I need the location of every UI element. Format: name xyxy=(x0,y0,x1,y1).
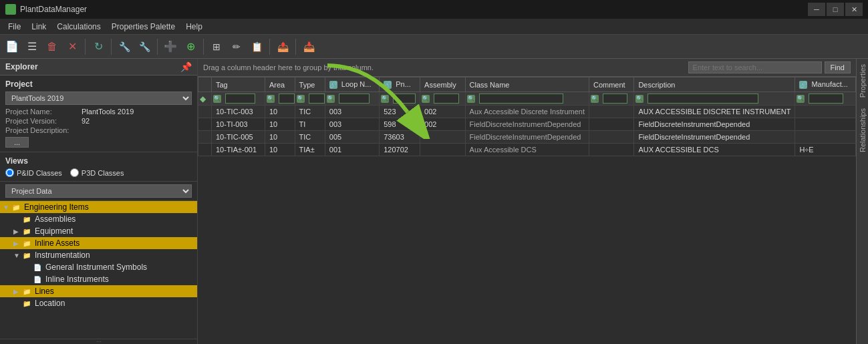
find-button[interactable]: Find xyxy=(825,61,851,73)
col-header-pn[interactable]: 🔗 Pn... xyxy=(380,77,420,92)
filter-pn-input[interactable]: = xyxy=(393,94,416,104)
filter-desc-cell[interactable]: 🔍 xyxy=(634,92,795,106)
toolbar-edit[interactable]: ✏ xyxy=(227,37,246,56)
filter-type-cell[interactable]: 🔍 T xyxy=(295,92,325,106)
radio-pid-input[interactable] xyxy=(5,168,14,177)
radio-pid[interactable]: P&ID Classes xyxy=(5,168,62,177)
row4-area: 10 xyxy=(265,144,295,156)
col-header-area[interactable]: Area xyxy=(265,77,295,92)
tree-label-equipment: Equipment xyxy=(35,226,73,236)
tree-expand-engineering[interactable]: ▼ xyxy=(3,204,11,211)
project-select[interactable]: PlantTools 2019 xyxy=(5,92,192,105)
filter-comment-cell[interactable]: 🔍 xyxy=(589,92,633,106)
tree-item-engineering-items[interactable]: ▼ 📁 Engineering Items xyxy=(0,201,197,213)
pin-icon[interactable]: 📌 xyxy=(180,61,192,72)
filter-desc-input[interactable] xyxy=(647,94,758,104)
tree-label-lines: Lines xyxy=(35,287,54,296)
filter-assembly-input[interactable] xyxy=(434,94,458,104)
col-header-assembly[interactable]: Assembly xyxy=(420,77,465,92)
tree-expand-equipment[interactable]: ▶ xyxy=(13,228,21,235)
menu-file[interactable]: File xyxy=(3,21,26,33)
toolbar-refresh[interactable]: ↻ xyxy=(89,37,108,56)
toolbar-new[interactable]: 📄 xyxy=(3,37,21,56)
toolbar-export[interactable]: 📤 xyxy=(273,37,292,56)
row1-class: Aux Accessible Discrete Instrument xyxy=(465,106,589,118)
filter-manufact-cell[interactable]: 🔍 xyxy=(795,92,856,106)
search-input[interactable] xyxy=(688,61,822,73)
toolbar-separator-6 xyxy=(295,39,296,55)
filter-tag-cell[interactable]: 🔍 xyxy=(212,92,265,106)
radio-p3d-input[interactable] xyxy=(70,168,79,177)
dots-button[interactable]: ... xyxy=(5,137,29,148)
col-header-manufact[interactable]: 🔗 Manufact... xyxy=(795,77,856,92)
filter-tag-input[interactable] xyxy=(225,94,255,104)
tree-item-location[interactable]: ▶ 📁 Location xyxy=(0,297,197,309)
filter-loop-cell[interactable]: 🔍 0 xyxy=(325,92,379,106)
views-section: Views P&ID Classes P3D Classes xyxy=(0,152,197,182)
toolbar-copy[interactable]: 📋 xyxy=(247,37,266,56)
col-header-loop[interactable]: 🔗 Loop N... xyxy=(325,77,379,92)
tool1-icon: 🔧 xyxy=(119,41,130,52)
tree-expand-instrumentation[interactable]: ▼ xyxy=(13,252,21,259)
project-version-value: 92 xyxy=(82,117,90,125)
toolbar-import[interactable]: 📥 xyxy=(299,37,318,56)
tree-expand-lines[interactable]: ▶ xyxy=(13,288,21,295)
menu-help[interactable]: Help xyxy=(180,21,208,33)
properties-label[interactable]: Properties xyxy=(859,64,867,98)
row4-comment xyxy=(589,144,633,156)
toolbar-delete[interactable]: 🗑 xyxy=(43,37,61,56)
filter-class-input[interactable] xyxy=(479,94,563,104)
filter-area-cell[interactable]: 🔍 xyxy=(265,92,295,106)
row4-class: Aux Accessible DCS xyxy=(465,144,589,156)
tree-item-inline-instruments[interactable]: ▶ 📄 Inline Instruments xyxy=(0,273,197,285)
col-header-tag[interactable]: Tag xyxy=(212,77,265,92)
table-row[interactable]: 10-TIC-003 10 TIC 003 523 002 Aux Access… xyxy=(198,106,856,118)
tree-item-general-instruments[interactable]: ▶ 📄 General Instrument Symbols xyxy=(0,261,197,273)
row3-type: TIC xyxy=(295,131,325,144)
maximize-button[interactable]: □ xyxy=(827,3,844,16)
toolbar-list[interactable]: ☰ xyxy=(23,37,41,56)
radio-p3d[interactable]: P3D Classes xyxy=(70,168,124,177)
filter-manufact-input[interactable] xyxy=(809,94,843,104)
menu-calculations[interactable]: Calculations xyxy=(51,21,106,33)
tree-item-lines[interactable]: ▶ 📁 Lines xyxy=(0,285,197,297)
toolbar-tool2[interactable]: 🔧 xyxy=(135,37,154,56)
col-header-rowpin xyxy=(198,77,212,92)
filter-comment-input[interactable] xyxy=(603,94,627,104)
toolbar-tool1[interactable]: 🔧 xyxy=(115,37,134,56)
col-header-description[interactable]: Description xyxy=(634,77,795,92)
col-header-comment[interactable]: Comment xyxy=(589,77,633,92)
menu-properties-palette[interactable]: Properties Palette xyxy=(106,21,180,33)
row4-type: TIA± xyxy=(295,144,325,156)
col-header-classname[interactable]: Class Name xyxy=(465,77,589,92)
toolbar-separator-4 xyxy=(203,39,204,55)
col-header-type[interactable]: Type xyxy=(295,77,325,92)
relationships-label[interactable]: Relationships xyxy=(859,108,867,152)
table-row[interactable]: 10-TI-003 10 TI 003 598 002 FieldDiscret… xyxy=(198,118,856,131)
filter-assembly-cell[interactable]: 🔍 xyxy=(420,92,465,106)
filter-pn-cell[interactable]: 🔍 = xyxy=(380,92,420,106)
tree-item-instrumentation[interactable]: ▼ 📁 Instrumentation xyxy=(0,249,197,261)
project-data-select[interactable]: Project Data xyxy=(5,184,192,198)
toolbar-add2[interactable]: ⊕ xyxy=(181,37,200,56)
filter-class-cell[interactable]: 🔍 xyxy=(465,92,589,106)
sidebar-resize-handle[interactable]: ⋯ xyxy=(0,339,197,344)
toolbar-grid[interactable]: ⊞ xyxy=(207,37,226,56)
loop-col-label: Loop N... xyxy=(341,80,372,88)
tree-item-inline-assets[interactable]: ▶ 📁 Inline Assets xyxy=(0,237,197,249)
filter-loop-input[interactable]: 0 xyxy=(339,94,370,104)
minimize-button[interactable]: ─ xyxy=(808,3,825,16)
close-button[interactable]: ✕ xyxy=(845,3,863,16)
table-row[interactable]: 10-TIA±-001 10 TIA± 001 120702 Aux Acces… xyxy=(198,144,856,156)
toolbar-add[interactable]: ➕ xyxy=(161,37,180,56)
tree-item-assemblies[interactable]: ▶ 📁 Assemblies xyxy=(0,213,197,225)
filter-type-input[interactable]: T xyxy=(309,94,325,104)
tree-expand-inline-assets[interactable]: ▶ xyxy=(13,240,21,247)
tree-item-equipment[interactable]: ▶ 📁 Equipment xyxy=(0,225,197,237)
filter-area-input[interactable] xyxy=(279,94,295,104)
row2-desc: FieldDiscreteInstrumentDepended xyxy=(634,118,795,131)
tree-label-general-instruments: General Instrument Symbols xyxy=(45,263,147,272)
table-row[interactable]: 10-TIC-005 10 TIC 005 73603 FieldDiscret… xyxy=(198,131,856,144)
menu-link[interactable]: Link xyxy=(26,21,51,33)
toolbar-cancel[interactable]: ✕ xyxy=(63,37,82,56)
